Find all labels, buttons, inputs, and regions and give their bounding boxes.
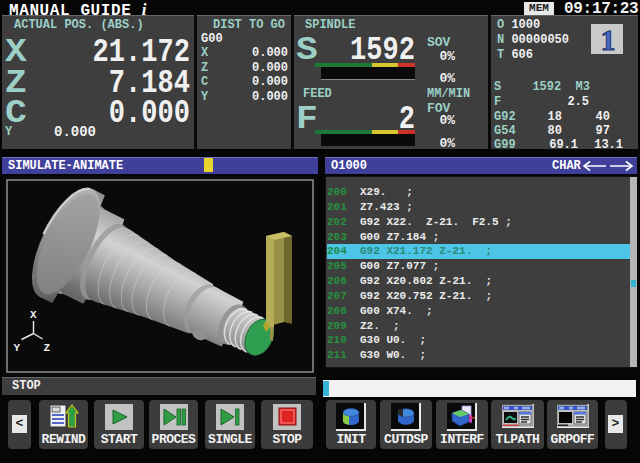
svg-text:X: X	[30, 309, 37, 321]
svg-text:Y: Y	[14, 342, 21, 354]
svg-text:1: 1	[601, 24, 616, 55]
svg-text:Z: Z	[44, 342, 51, 354]
